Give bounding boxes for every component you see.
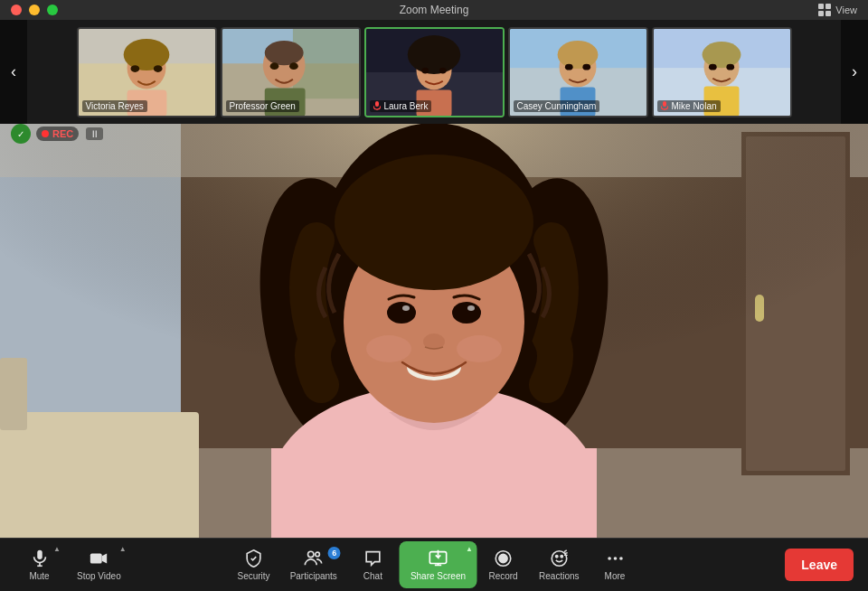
thumbnail-laura-berk[interactable]: Laura Berk — [364, 27, 505, 117]
thumbnail-mike-nolan[interactable]: Mike Nolan — [652, 27, 792, 117]
svg-point-25 — [439, 67, 446, 73]
svg-point-15 — [264, 40, 303, 64]
svg-rect-59 — [271, 448, 597, 538]
svg-point-79 — [499, 554, 507, 562]
participant-count-badge: 6 — [328, 547, 341, 559]
svg-point-22 — [407, 35, 459, 74]
thumbnail-victoria-reyes[interactable]: Victoria Reyes — [77, 27, 217, 117]
svg-point-64 — [452, 302, 481, 324]
participants-label: Participants — [290, 571, 337, 581]
video-background — [0, 124, 868, 538]
svg-point-89 — [619, 557, 623, 560]
mute-button[interactable]: ▲ Mute — [14, 541, 64, 588]
svg-rect-0 — [818, 4, 824, 9]
share-screen-label: Share Screen — [410, 571, 466, 581]
rec-pause-button[interactable]: ⏸ — [86, 127, 103, 140]
svg-point-74 — [308, 551, 314, 557]
security-label: Security — [238, 571, 270, 581]
svg-point-61 — [366, 335, 411, 362]
reactions-label: Reactions — [539, 571, 579, 581]
thumb-label-4: Casey Cunningham — [514, 100, 600, 112]
svg-point-34 — [582, 63, 590, 70]
thumb-label-1: Victoria Reyes — [82, 100, 147, 112]
svg-point-7 — [123, 38, 169, 70]
close-button[interactable] — [11, 5, 22, 15]
thumb-label-3: Laura Berk — [370, 100, 432, 112]
stop-video-button[interactable]: ▲ Stop Video — [68, 541, 130, 588]
prev-arrow[interactable]: ‹ — [0, 20, 27, 124]
svg-point-82 — [555, 556, 557, 558]
svg-point-63 — [387, 302, 416, 324]
recording-badge: ✓ REC ⏸ — [11, 124, 103, 144]
reactions-button[interactable]: Reactions — [530, 541, 588, 588]
svg-point-18 — [289, 62, 298, 70]
svg-point-33 — [564, 63, 572, 70]
chat-icon — [363, 549, 382, 568]
video-icon — [89, 549, 108, 568]
record-icon — [494, 549, 514, 568]
video-arrow[interactable]: ▲ — [119, 545, 127, 553]
svg-point-38 — [702, 41, 741, 67]
record-label: Record — [488, 571, 517, 581]
title-bar: Zoom Meeting View — [0, 0, 868, 20]
minimize-button[interactable] — [29, 5, 40, 15]
rec-dot — [42, 130, 49, 137]
microphone-icon — [30, 549, 50, 568]
svg-rect-1 — [826, 4, 831, 9]
chat-label: Chat — [363, 571, 382, 581]
svg-point-41 — [726, 63, 734, 70]
rec-indicator: REC — [36, 127, 79, 141]
thumb-label-2: Professor Green — [226, 100, 299, 112]
svg-point-81 — [552, 551, 567, 567]
svg-point-24 — [421, 67, 429, 73]
next-arrow[interactable]: › — [841, 20, 868, 124]
svg-point-31 — [557, 40, 598, 68]
thumbnail-casey-cunningham[interactable]: Casey Cunningham — [508, 27, 648, 117]
participants-button[interactable]: 6 Participants — [281, 541, 346, 588]
thumbnail-strip: ‹ Victoria Reyes — [0, 20, 868, 124]
window-title: Zoom Meeting — [400, 4, 469, 16]
mute-label: Mute — [29, 571, 49, 581]
svg-point-75 — [316, 552, 320, 557]
toolbar-center: Security 6 Participants Chat ▲ — [229, 541, 640, 588]
svg-rect-72 — [90, 554, 102, 564]
svg-marker-73 — [102, 554, 108, 564]
svg-rect-26 — [375, 101, 379, 107]
svg-line-84 — [564, 550, 567, 552]
svg-point-88 — [613, 557, 617, 560]
more-button[interactable]: More — [590, 541, 640, 588]
svg-point-65 — [402, 305, 410, 311]
svg-point-10 — [153, 65, 162, 72]
svg-line-85 — [565, 553, 568, 554]
view-button[interactable]: View — [817, 3, 857, 17]
stop-video-label: Stop Video — [77, 571, 121, 581]
thumbnails-container: Victoria Reyes Professor Green — [27, 22, 841, 123]
toolbar-right: Leave — [785, 549, 854, 581]
chat-button[interactable]: Chat — [348, 541, 398, 588]
share-screen-button[interactable]: ▲ Share Screen — [400, 541, 476, 588]
svg-rect-69 — [37, 550, 42, 559]
window-controls[interactable] — [11, 5, 58, 15]
svg-point-66 — [467, 305, 475, 311]
rec-text: REC — [52, 128, 73, 139]
record-button[interactable]: Record — [478, 541, 528, 588]
svg-point-9 — [130, 65, 139, 72]
share-screen-arrow[interactable]: ▲ — [466, 545, 473, 553]
thumb-label-5: Mike Nolan — [657, 100, 721, 112]
security-button[interactable]: Security — [229, 541, 279, 588]
share-screen-icon — [428, 549, 448, 568]
more-label: More — [605, 571, 626, 581]
toolbar: ▲ Mute ▲ Stop Video Secur — [0, 538, 868, 591]
security-icon — [244, 549, 264, 568]
svg-point-40 — [708, 63, 716, 70]
mute-arrow[interactable]: ▲ — [53, 545, 61, 553]
thumbnail-professor-green[interactable]: Professor Green — [221, 27, 361, 117]
svg-rect-42 — [663, 101, 666, 107]
participants-icon — [304, 549, 324, 568]
main-video-area — [0, 124, 868, 538]
svg-rect-2 — [818, 11, 824, 16]
leave-button[interactable]: Leave — [785, 549, 854, 581]
more-icon — [605, 549, 625, 568]
maximize-button[interactable] — [47, 5, 58, 15]
toolbar-left: ▲ Mute ▲ Stop Video — [14, 541, 130, 588]
